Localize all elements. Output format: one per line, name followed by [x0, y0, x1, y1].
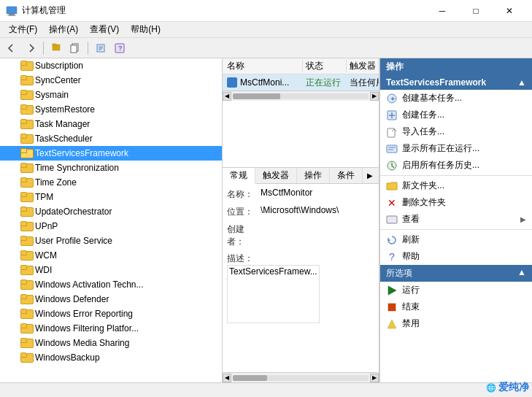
copy-button[interactable] [66, 40, 84, 56]
action-enable-history[interactable]: 启用所有任务历史... [380, 157, 532, 174]
folder-icon-windowsbackup [20, 352, 32, 363]
enable-history-icon [386, 160, 398, 171]
tree-item-label: UpdateOrchestrator [35, 207, 112, 217]
field-row-description: 描述： TextServicesFramew... [227, 251, 374, 323]
tree-item-subscription[interactable]: Subscription [0, 58, 222, 73]
show-running-icon [386, 143, 398, 155]
action-create-task[interactable]: 创建任务... [380, 107, 532, 123]
tree-item-timezone[interactable]: Time Zone [0, 175, 222, 190]
help-toolbar-button[interactable]: ? [111, 40, 128, 56]
tab-actions[interactable]: 操作 [297, 168, 330, 183]
back-button[interactable] [3, 40, 20, 56]
field-value-description[interactable]: TextServicesFramew... [227, 265, 320, 323]
detail-scroll-right[interactable]: ▶ [370, 374, 379, 382]
tab-more-button[interactable]: ▶ [363, 168, 377, 183]
menu-action[interactable]: 操作(A) [43, 22, 84, 37]
svg-rect-0 [7, 7, 17, 14]
action-help[interactable]: ? 帮助 [380, 248, 532, 265]
framework-title-text: TextServicesFramework [386, 77, 486, 88]
action-sep-1 [380, 175, 532, 176]
task-scroll-thumb [233, 93, 280, 99]
folder-icon-textservices [20, 148, 32, 158]
tree-item-taskmanager[interactable]: Task Manager [0, 117, 222, 131]
close-button[interactable]: ✕ [493, 0, 526, 22]
tab-triggers[interactable]: 触发器 [255, 168, 297, 183]
menu-view[interactable]: 查看(V) [84, 22, 125, 37]
tree-item-winfiltering[interactable]: Windows Filtering Platfor... [0, 321, 222, 336]
folder-icon-winactivation [20, 280, 32, 290]
task-icon [227, 77, 237, 88]
task-scroll-right[interactable]: ▶ [370, 92, 379, 101]
action-refresh[interactable]: 刷新 [380, 231, 532, 248]
action-label: 帮助 [402, 250, 420, 263]
task-scrollbar-h[interactable]: ◀ ▶ [223, 90, 379, 101]
refresh-icon [386, 234, 398, 246]
task-row[interactable]: MsCtfMoni... 正在运行 当任何用... [223, 74, 379, 90]
tree-item-label: TextServicesFramework [35, 148, 128, 158]
svg-text:?: ? [118, 45, 123, 52]
action-import-task[interactable]: 导入任务... [380, 123, 532, 140]
detail-scroll-left[interactable]: ◀ [223, 374, 231, 382]
action-show-running[interactable]: 显示所有正在运行... [380, 140, 532, 157]
folder-icon-timezone [20, 177, 32, 188]
action-end[interactable]: 结束 [380, 298, 532, 315]
framework-section-title: TextServicesFramework ▲ [380, 75, 532, 90]
field-value-location: \Microsoft\Windows\ [259, 204, 374, 216]
tree-item-wdi[interactable]: WDI [0, 263, 222, 277]
action-label: 显示所有正在运行... [402, 142, 479, 155]
status-bar [0, 382, 532, 397]
tree-item-windowsbackup[interactable]: WindowsBackup [0, 350, 222, 365]
framework-collapse-icon[interactable]: ▲ [517, 77, 526, 88]
action-new-folder[interactable]: 新文件夹... [380, 177, 532, 194]
action-delete-folder[interactable]: ✕ 删除文件夹 [380, 194, 532, 211]
svg-rect-6 [71, 45, 77, 53]
selected-collapse-icon[interactable]: ▲ [517, 267, 526, 280]
menu-file[interactable]: 文件(F) [3, 22, 43, 37]
tree-item-taskscheduler[interactable]: TaskScheduler [0, 131, 222, 146]
middle-panel: 名称 状态 触发器 MsCtfMoni... 正在运行 当任何用... ◀ ▶ [223, 58, 379, 382]
folder-icon-timesync [20, 163, 32, 173]
tree-item-tpm[interactable]: TPM [0, 190, 222, 204]
tree-item-upnp[interactable]: UPnP [0, 219, 222, 234]
folder-icon-taskmanager [20, 119, 32, 129]
task-name-text: MsCtfMoni... [240, 77, 289, 88]
tab-general[interactable]: 常规 [223, 168, 255, 184]
detail-scrollbar-h[interactable]: ◀ ▶ [223, 372, 379, 382]
tree-item-sysmain[interactable]: Sysmain [0, 88, 222, 102]
tree-item-label: WindowsBackup [35, 352, 100, 363]
action-run[interactable]: 运行 [380, 282, 532, 298]
folder-icon-userprofile [20, 236, 32, 246]
field-label-name: 名称： [227, 187, 259, 201]
forward-button[interactable] [22, 40, 39, 56]
disable-icon [386, 318, 398, 330]
tree-item-timesync[interactable]: Time Synchronization [0, 161, 222, 175]
tree-item-winmediasharing[interactable]: Windows Media Sharing [0, 336, 222, 350]
selected-title-text: 所选项 [386, 267, 412, 280]
menu-help[interactable]: 帮助(H) [125, 22, 166, 37]
tree-item-label: TaskScheduler [35, 134, 93, 144]
tab-conditions[interactable]: 条件 [330, 168, 363, 183]
tree-item-winerrorreporting[interactable]: Windows Error Reporting [0, 307, 222, 321]
minimize-button[interactable]: ─ [425, 0, 459, 22]
tree-item-systemrestore[interactable]: SystemRestore [0, 102, 222, 117]
properties-button[interactable] [92, 40, 109, 56]
tree-item-updateorch[interactable]: UpdateOrchestrator [0, 204, 222, 219]
up-button[interactable] [47, 40, 65, 56]
tree-item-winactivation[interactable]: Windows Activation Techn... [0, 277, 222, 292]
folder-icon-winerrorreporting [20, 309, 32, 319]
action-view[interactable]: 查看 ▶ [380, 211, 532, 228]
toolbar: ? [0, 38, 532, 58]
tree-item-windefender[interactable]: Windows Defender [0, 292, 222, 307]
task-scroll-left[interactable]: ◀ [223, 92, 231, 101]
action-label: 结束 [402, 301, 420, 313]
folder-icon-systemrestore [20, 104, 32, 115]
tree-item-synccenter[interactable]: SyncCenter [0, 73, 222, 88]
tree-item-wcm[interactable]: WCM [0, 248, 222, 263]
action-create-basic[interactable]: ✦ 创建基本任务... [380, 90, 532, 107]
tree-item-textservices[interactable]: TextServicesFramework [0, 146, 222, 161]
tree-item-userprofile[interactable]: User Profile Service [0, 234, 222, 248]
maximize-button[interactable]: □ [459, 0, 493, 22]
svg-text:✦: ✦ [390, 95, 396, 103]
action-disable[interactable]: 禁用 [380, 315, 532, 332]
tree-item-label: Task Manager [35, 119, 90, 129]
